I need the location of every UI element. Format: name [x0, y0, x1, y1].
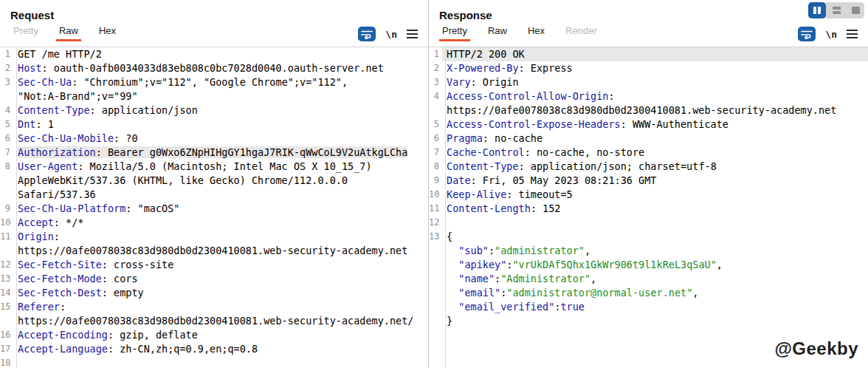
line-number: 3: [0, 75, 13, 89]
line-number: 10: [429, 188, 442, 202]
code-line: "Not:A-Brand";v="99": [0, 89, 428, 103]
line-number: [0, 314, 13, 328]
line-number: 10: [0, 216, 13, 230]
code-line: 2X-Powered-By: Express: [429, 61, 868, 75]
line-number: 13: [429, 230, 442, 244]
response-tab-raw[interactable]: Raw: [485, 23, 510, 41]
code-line: 11Content-Length: 152: [429, 202, 868, 216]
response-header: Response PrettyRawHexRender \n: [429, 0, 868, 47]
code-line: 1HTTP/2 200 OK: [429, 47, 868, 61]
line-number: [429, 286, 442, 300]
code-line: 4Access-Control-Allow-Origin:: [429, 89, 868, 103]
code-line: 1GET /me HTTP/2: [0, 47, 428, 61]
code-line: 12: [429, 216, 868, 230]
code-line: 10Keep-Alive: timeout=5: [429, 188, 868, 202]
gutter-separator: [445, 47, 446, 368]
code-line: https://0afe0078038c83d980db0d2300410081…: [0, 244, 428, 258]
request-panel: Request PrettyRawHex \n 1GET /me HTTP/22…: [0, 0, 428, 368]
menu-icon[interactable]: [847, 30, 858, 38]
line-number: [0, 188, 13, 202]
line-number: 9: [0, 202, 13, 216]
line-number: 2: [0, 61, 13, 75]
request-editor[interactable]: 1GET /me HTTP/22Host: oauth-0afb0034033d…: [0, 47, 428, 368]
line-number: 15: [0, 300, 13, 314]
watermark: @Geekby: [774, 338, 858, 359]
line-number: 16: [0, 328, 13, 342]
code-line: 8User-Agent: Mozilla/5.0 (Macintosh; Int…: [0, 160, 428, 174]
line-number: 3: [429, 75, 442, 89]
line-number: 8: [429, 160, 442, 174]
line-number: 6: [429, 132, 442, 146]
response-tab-render: Render: [562, 23, 600, 41]
message-editor-split-view: Request PrettyRawHex \n 1GET /me HTTP/22…: [0, 0, 868, 368]
code-line: 4Content-Type: application/json: [0, 103, 428, 117]
newline-toggle[interactable]: \n: [385, 29, 397, 40]
code-line: 15Referer:: [0, 300, 428, 314]
request-header: Request PrettyRawHex \n: [0, 0, 428, 47]
code-line: AppleWebKit/537.36 (KHTML, like Gecko) C…: [0, 174, 428, 188]
code-line: 12Sec-Fetch-Site: cross-site: [0, 258, 428, 272]
line-number: [0, 174, 13, 188]
word-wrap-toggle-icon[interactable]: [358, 27, 376, 41]
response-editor[interactable]: 1HTTP/2 200 OK2X-Powered-By: Express3Var…: [429, 47, 868, 368]
response-header-icons: \n: [798, 27, 858, 41]
code-line: 13{: [429, 230, 868, 244]
request-code: 1GET /me HTTP/22Host: oauth-0afb0034033d…: [0, 47, 428, 368]
columns-layout-button[interactable]: [808, 2, 826, 18]
rows-layout-button[interactable]: [827, 2, 845, 18]
line-number: 5: [0, 117, 13, 132]
code-line: 9Date: Fri, 05 May 2023 08:21:36 GMT: [429, 174, 868, 188]
line-number: 9: [429, 174, 442, 188]
response-tab-hex[interactable]: Hex: [525, 23, 548, 41]
code-line: 7Authorization: Bearer g0Wxo6ZNpHIHgGY1h…: [0, 146, 428, 160]
code-line: "apikey":"vrUkDAf5Qhx1GkWr906t9l1kReL3qS…: [429, 258, 868, 272]
code-line: 17Accept-Language: zh-CN,zh;q=0.9,en;q=0…: [0, 342, 428, 356]
response-code: 1HTTP/2 200 OK2X-Powered-By: Express3Var…: [429, 47, 868, 328]
code-line: 14Sec-Fetch-Dest: empty: [0, 286, 428, 300]
response-tab-pretty[interactable]: Pretty: [439, 23, 470, 41]
code-line: 11Origin:: [0, 230, 428, 244]
code-line: "name":"Administrator",: [429, 272, 868, 286]
line-number: [0, 89, 13, 103]
newline-toggle[interactable]: \n: [825, 29, 837, 40]
line-number: 7: [429, 146, 442, 160]
code-line: 16Accept-Encoding: gzip, deflate: [0, 328, 428, 342]
layout-toggle-group: [808, 2, 864, 18]
response-panel: Response PrettyRawHexRender \n 1HTTP/2 2…: [429, 0, 868, 368]
line-number: 2: [429, 61, 442, 75]
line-number: [429, 103, 442, 117]
request-title: Request: [0, 0, 428, 21]
line-number: 12: [429, 216, 442, 230]
single-layout-button[interactable]: [847, 2, 864, 18]
code-line: 5Access-Control-Expose-Headers: WWW-Auth…: [429, 117, 868, 132]
code-line: 3Sec-Ch-Ua: "Chromium";v="112", "Google …: [0, 75, 428, 89]
line-number: [429, 272, 442, 286]
code-line: }: [429, 314, 868, 328]
code-line: 6Pragma: no-cache: [429, 132, 868, 146]
code-line: 6Sec-Ch-Ua-Mobile: ?0: [0, 132, 428, 146]
line-number: [429, 244, 442, 258]
code-line: "email_verified":true: [429, 300, 868, 314]
code-line: "email":"administrator@normal-user.net",: [429, 286, 868, 300]
line-number: 1: [429, 47, 442, 61]
line-number: 4: [0, 103, 13, 117]
wrap-text-icon: [801, 30, 813, 39]
menu-icon[interactable]: [407, 30, 418, 38]
line-number: 11: [429, 202, 442, 216]
request-tab-hex[interactable]: Hex: [96, 23, 119, 41]
line-number: 7: [0, 146, 13, 160]
line-number: 8: [0, 160, 13, 174]
line-number: 18: [0, 356, 13, 368]
response-title: Response: [429, 0, 868, 21]
request-tab-raw[interactable]: Raw: [56, 23, 81, 41]
code-line: 8Content-Type: application/json; charset…: [429, 160, 868, 174]
code-line: https://0afe0078038c83d980db0d2300410081…: [429, 103, 868, 117]
code-line: 9Sec-Ch-Ua-Platform: "macOS": [0, 202, 428, 216]
code-line: 10Accept: */*: [0, 216, 428, 230]
code-line: Safari/537.36: [0, 188, 428, 202]
word-wrap-toggle-icon[interactable]: [798, 27, 816, 41]
code-line: 18: [0, 356, 428, 368]
line-number: [429, 300, 442, 314]
line-number: 6: [0, 132, 13, 146]
code-line: "sub":"administrator",: [429, 244, 868, 258]
